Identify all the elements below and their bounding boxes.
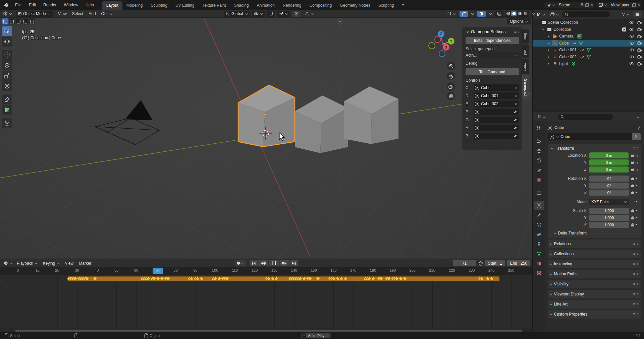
prop-tab-output[interactable] <box>534 146 544 155</box>
hide-viewport-icon[interactable] <box>629 42 634 45</box>
gizmo-minus-z-axis[interactable] <box>439 50 445 57</box>
object-name[interactable]: Camera <box>559 34 574 39</box>
tool-measure[interactable] <box>2 105 12 115</box>
disclosure-icon[interactable]: ► <box>547 62 551 65</box>
editor-type-timeline[interactable] <box>2 260 14 266</box>
transform-value-field[interactable]: 0 m <box>589 166 629 173</box>
transform-value-field[interactable]: XYZ Euler <box>589 199 629 205</box>
playhead-badge[interactable]: 71 <box>153 268 163 274</box>
tool-add-cube[interactable] <box>2 118 12 128</box>
editor-type-outliner[interactable] <box>535 12 547 17</box>
viewport-menu-view[interactable]: View <box>55 11 69 16</box>
gizmo-minus-y-axis[interactable] <box>428 42 435 49</box>
gizmo-minus-x-axis[interactable] <box>434 36 441 43</box>
clear-icon[interactable]: × <box>515 101 517 106</box>
snap-target-dropdown[interactable] <box>277 11 290 17</box>
camera-object[interactable] <box>95 100 159 145</box>
hide-viewport-icon[interactable] <box>629 48 634 52</box>
workspace-tab-animation[interactable]: Animation <box>253 1 279 10</box>
panel-collections[interactable]: ▸Collections <box>548 250 641 258</box>
pin-id-icon[interactable] <box>637 126 641 130</box>
snap-toggle[interactable] <box>267 11 275 17</box>
outliner-row-cube-002[interactable]: ► ▽ Cube.002 <box>533 54 644 61</box>
tool-move[interactable] <box>2 50 12 60</box>
clear-icon[interactable]: × <box>515 85 517 90</box>
prop-tab-data[interactable] <box>534 250 544 258</box>
panel-instancing[interactable]: ▸Instancing <box>548 260 641 268</box>
workspace-tab-modeling[interactable]: Modeling <box>122 1 147 10</box>
prop-tab-view-layer[interactable] <box>534 156 544 165</box>
panel-visibility[interactable]: ▸Visibility <box>548 280 641 288</box>
properties-search-input[interactable] <box>558 114 613 120</box>
viewport-menu-add[interactable]: Add <box>86 11 98 16</box>
shading-solid[interactable] <box>511 11 517 16</box>
gizmo-y-axis[interactable]: Y <box>448 38 454 45</box>
sidebar-tab-gamepad[interactable]: Gamepad <box>522 75 529 99</box>
disclosure-icon[interactable]: ► <box>547 55 551 59</box>
transform-value-field[interactable]: 0° <box>589 190 629 196</box>
users-count-badge[interactable]: 2 <box>632 133 641 140</box>
sidebar-tab-view[interactable]: View <box>522 59 529 74</box>
start-frame-field[interactable]: Start1 <box>485 260 505 266</box>
diamond-keyframe-icon[interactable]: ◇ <box>635 153 638 158</box>
workspace-tab-layout[interactable]: Layout <box>102 1 122 10</box>
outliner-row-scene collection[interactable]: Scene Collection <box>533 19 644 26</box>
test-gamepad-button[interactable]: Test Gamepad <box>466 68 519 75</box>
lock-icon[interactable] <box>631 192 634 194</box>
disable-render-icon[interactable] <box>637 21 642 24</box>
lock-icon[interactable] <box>631 178 634 180</box>
diamond-keyframe-icon[interactable]: ◇ <box>635 167 638 172</box>
eyedropper-icon[interactable] <box>513 126 517 130</box>
xray-toggle[interactable] <box>495 11 503 17</box>
topbar-menu-edit[interactable]: Edit <box>25 0 40 10</box>
cube-002-object[interactable] <box>344 86 398 144</box>
prop-tab-collection[interactable] <box>534 188 544 197</box>
diamond-keyframe-icon[interactable]: ◇ <box>635 160 638 165</box>
viewlayer-name[interactable]: ViewLayer <box>609 3 631 7</box>
select-mode-invert[interactable] <box>22 18 29 24</box>
options-dropdown[interactable]: Options <box>507 18 531 24</box>
new-viewlayer-icon[interactable] <box>632 3 636 7</box>
select-mode-intersect[interactable] <box>29 18 35 24</box>
blender-logo-icon[interactable] <box>0 3 11 7</box>
topbar-menu-window[interactable]: Window <box>60 0 82 10</box>
tool-rotate[interactable] <box>2 60 12 70</box>
outliner-row-cube[interactable]: ► ▽ Cube <box>533 40 644 47</box>
outliner-display-mode-dropdown[interactable] <box>549 12 561 17</box>
shading-wireframe[interactable] <box>505 11 511 16</box>
prop-tab-modifiers[interactable] <box>534 211 544 219</box>
transform-value-field[interactable]: 0° <box>589 176 629 182</box>
transform-value-field[interactable]: 0 m <box>589 152 629 158</box>
workspace-tab-scripting[interactable]: Scripting <box>374 1 398 10</box>
editor-type-properties[interactable] <box>535 114 547 120</box>
zoom-button[interactable] <box>447 62 455 70</box>
scene-name[interactable]: Scene <box>557 3 579 7</box>
gizmo-x-axis[interactable]: X <box>443 44 449 51</box>
workspace-tab-texture-paint[interactable]: Texture Paint <box>199 1 230 10</box>
prop-tab-constraints[interactable] <box>534 240 544 249</box>
cube-object-selected[interactable] <box>238 85 295 147</box>
prop-tab-tool[interactable] <box>534 124 544 133</box>
control-object-field[interactable]: Cube × <box>474 84 519 91</box>
shading-material[interactable] <box>517 11 522 16</box>
disclosure-icon[interactable]: ► <box>547 35 551 38</box>
dot-keyframe-icon[interactable]: • <box>636 199 637 204</box>
remove-viewlayer-icon[interactable]: × <box>638 3 640 7</box>
workspace-tab-compositing[interactable]: Compositing <box>305 1 336 10</box>
ortho-toggle-button[interactable] <box>447 92 455 100</box>
new-scene-icon[interactable] <box>585 3 589 7</box>
gizmos-toggle[interactable] <box>460 11 468 17</box>
shading-dropdown[interactable] <box>530 12 537 16</box>
object-name[interactable]: Collection <box>553 27 571 32</box>
timeline-tracks[interactable] <box>0 275 532 328</box>
viewport-menu-object[interactable]: Object <box>99 11 116 16</box>
playhead-line[interactable] <box>158 275 158 328</box>
timeline-menu-view[interactable]: View <box>62 261 76 266</box>
control-object-field[interactable] <box>474 117 519 123</box>
proportional-falloff-dropdown[interactable] <box>303 11 316 17</box>
control-object-field[interactable] <box>474 109 519 115</box>
workspace-tab-uv-editing[interactable]: UV Editing <box>171 1 199 10</box>
disclosure-icon[interactable]: ▼ <box>541 28 545 31</box>
hide-viewport-icon[interactable] <box>629 62 634 65</box>
lock-icon[interactable] <box>631 185 634 187</box>
